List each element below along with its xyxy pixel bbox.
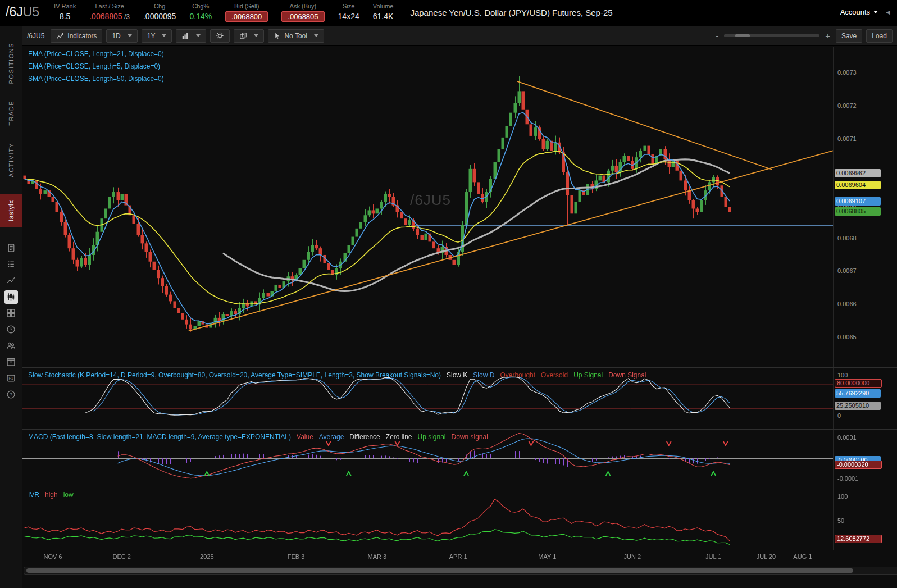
archive-icon[interactable] [4, 355, 18, 369]
axis-value-box: 80.0000000 [835, 379, 882, 388]
scrollbar[interactable] [24, 567, 897, 575]
stochastic-title[interactable]: Slow Stochastic (K Period=14, D Period=9… [28, 371, 441, 379]
stat-label: Bid (Sell) [225, 3, 268, 10]
stat-label: Size [338, 3, 359, 10]
chevron-down-icon [254, 34, 258, 37]
stat-value: 0.14% [189, 12, 212, 21]
stochastic-axis[interactable]: 100080.000000055.769229025.2505010 [833, 368, 897, 429]
load-button[interactable]: Load [866, 29, 893, 43]
scrollbar-thumb[interactable] [26, 568, 853, 573]
ivr-panel[interactable]: IVRhighlow 1005012.6082772 [22, 487, 897, 550]
indicators-button[interactable]: Indicators [51, 29, 102, 43]
range-dropdown[interactable]: 1Y [142, 29, 172, 43]
zoom-in-button[interactable]: + [823, 31, 832, 40]
macd-title[interactable]: MACD (Fast length=8, Slow length=21, MAC… [28, 433, 291, 441]
stat-chg-pct: Chg% 0.14% [189, 1, 212, 21]
document-icon[interactable] [4, 241, 18, 255]
save-button[interactable]: Save [836, 29, 862, 43]
sidebar-item-activity[interactable]: ACTIVITY [8, 143, 15, 177]
timeframe-dropdown[interactable]: 1D [106, 29, 137, 43]
settings-button[interactable] [210, 29, 230, 43]
zoom-out-button[interactable]: - [714, 31, 720, 40]
help-icon[interactable]: ? [4, 388, 18, 402]
chart-line-icon[interactable] [4, 274, 18, 288]
zoom-slider[interactable] [724, 34, 819, 37]
legend-item: Up signal [417, 433, 445, 441]
sidebar-item-positions[interactable]: POSITIONS [8, 43, 15, 84]
macd-axis[interactable]: 0.0001-0.0001-0.0000100-0.0000320 [833, 430, 897, 487]
accounts-menu[interactable]: Accounts [840, 8, 878, 16]
indicators-label: Indicators [67, 32, 97, 40]
x-axis-label: MAR 3 [368, 553, 387, 560]
zoom-slider-thumb[interactable] [735, 34, 750, 37]
indicators-icon [56, 32, 64, 40]
axis-value-box: 0.0068805 [835, 207, 881, 216]
legend-item: Value [297, 433, 313, 441]
ivr-title[interactable]: IVR [28, 491, 39, 499]
stat-volume: Volume 61.4K [373, 1, 394, 21]
chart-type-dropdown[interactable] [176, 29, 206, 43]
stat-value: .0000095 [143, 12, 176, 21]
list-icon[interactable] [4, 258, 18, 271]
toolbar-symbol: /6JU5 [27, 32, 44, 40]
legend-item: Difference [349, 433, 380, 441]
ivr-canvas[interactable] [22, 487, 833, 550]
bid-button[interactable]: .0068800 [225, 11, 268, 22]
range-value: 1Y [147, 32, 156, 40]
indicator-label-ema21[interactable]: EMA (Price=CLOSE, Length=21, Displace=0) [28, 50, 164, 58]
axis-value-box: -0.0000320 [835, 461, 882, 469]
left-sidebar: POSITIONS TRADE ACTIVITY tastyfx F1? [0, 26, 22, 588]
chevron-down-icon [162, 34, 166, 37]
indicator-label-ema5[interactable]: EMA (Price=CLOSE, Length=5, Displace=0) [28, 62, 160, 70]
legend-item: Slow D [473, 371, 494, 379]
stat-label: Ask (Buy) [281, 3, 324, 10]
axis-tick: 0.0067 [837, 267, 857, 274]
drawing-tool-dropdown[interactable]: No Tool [268, 29, 324, 43]
stat-label: Chg [143, 3, 176, 10]
chevron-down-icon [873, 11, 878, 13]
stat-iv-rank: IV Rank 8.5 [54, 1, 76, 21]
legend-item: Average [319, 433, 344, 441]
time-axis[interactable]: NOV 6DEC 22025FEB 3MAR 3APR 1MAY 1JUN 2J… [22, 550, 833, 564]
sidebar-item-tastyfx[interactable]: tastyfx [0, 194, 22, 227]
svg-text:F1: F1 [8, 377, 13, 381]
f1-icon[interactable]: F1 [4, 372, 18, 385]
macd-panel[interactable]: MACD (Fast length=8, Slow length=21, MAC… [22, 429, 897, 487]
ivr-axis[interactable]: 1005012.6082772 [833, 487, 897, 550]
symbol: /6JU5 [6, 4, 39, 20]
header: /6JU5 IV Rank 8.5 Last / Size .0068805 /… [0, 0, 897, 26]
symbol-code: U5 [23, 4, 39, 19]
watermark: /6JU5 [410, 192, 451, 209]
stochastic-panel[interactable]: Slow Stochastic (K Period=14, D Period=9… [22, 367, 897, 429]
axis-value-box: 0.0069107 [835, 197, 881, 206]
gear-icon [216, 31, 224, 40]
axis-tick: 0.0073 [837, 69, 857, 76]
stat-label: IV Rank [54, 3, 76, 10]
stat-value: 14x24 [338, 12, 359, 21]
axis-tick: 0.0066 [837, 300, 857, 307]
compare-dropdown[interactable] [234, 29, 264, 43]
last-size: /3 [122, 13, 130, 21]
ask-button[interactable]: .0068805 [281, 11, 324, 22]
main-chart-panel[interactable]: EMA (Price=CLOSE, Length=21, Displace=0)… [22, 47, 897, 367]
legend-item: Down signal [452, 433, 488, 441]
stat-value: 61.4K [373, 12, 394, 21]
stat-label: Last / Size [89, 3, 130, 10]
sidebar-item-trade[interactable]: TRADE [8, 101, 15, 126]
chart-candles-icon[interactable] [4, 290, 18, 304]
chevron-down-icon [196, 34, 201, 37]
indicator-label-sma50[interactable]: SMA (Price=CLOSE, Length=50, Displace=0) [28, 75, 164, 83]
price-axis[interactable]: 0.00730.00720.00710.00700.00690.00680.00… [833, 47, 897, 367]
x-axis-label: JUL 20 [757, 553, 776, 560]
people-icon[interactable] [4, 339, 18, 353]
axis-value-box: 25.2505010 [835, 402, 881, 410]
x-axis-label: 2025 [200, 553, 213, 560]
axis-tick: 0 [837, 412, 841, 419]
collapse-panel-icon[interactable]: ◄ [885, 8, 891, 16]
stat-value: 8.5 [54, 12, 76, 21]
svg-text:?: ? [10, 392, 12, 398]
x-axis-label: JUL 1 [705, 553, 721, 560]
clock-icon[interactable] [4, 323, 18, 336]
grid-icon[interactable] [4, 307, 18, 320]
symbol-root: /6J [6, 4, 23, 19]
